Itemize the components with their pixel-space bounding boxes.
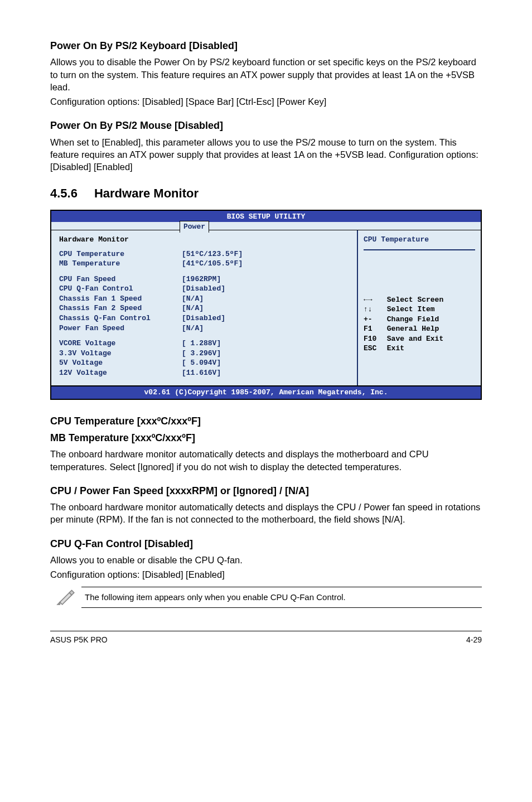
bios-row-value: [51ºC/123.5ºF] bbox=[182, 249, 243, 259]
bios-row: MB Temperature[41ºC/105.5ºF] bbox=[59, 259, 351, 269]
bios-row: 12V Voltage[11.616V] bbox=[59, 368, 351, 378]
bios-row: Chassis Q-Fan Control[Disabled] bbox=[59, 313, 351, 323]
bios-row: 3.3V Voltage[ 3.296V] bbox=[59, 349, 351, 359]
heading-ps2-mouse: Power On By PS/2 Mouse [Disabled] bbox=[50, 119, 482, 132]
body-text: Configuration options: [Disabled] [Space… bbox=[50, 95, 482, 108]
body-text: Allows you to disable the Power On by PS… bbox=[50, 56, 482, 93]
bios-row-value: [41ºC/105.5ºF] bbox=[182, 259, 243, 269]
bios-footer: v02.61 (C)Copyright 1985-2007, American … bbox=[51, 385, 481, 399]
heading-ps2-keyboard: Power On By PS/2 Keyboard [Disabled] bbox=[50, 39, 482, 52]
bios-row-label: 12V Voltage bbox=[59, 368, 182, 378]
body-text: The onboard hardware monitor automatical… bbox=[50, 501, 482, 526]
bios-row-label: Power Fan Speed bbox=[59, 323, 182, 334]
bios-row-label: MB Temperature bbox=[59, 259, 182, 269]
section-number: 4.5.6 bbox=[50, 185, 78, 202]
bios-row-value: [ 1.288V] bbox=[182, 339, 221, 349]
bios-title: BIOS SETUP UTILITY bbox=[51, 211, 481, 222]
body-text: When set to [Enabled], this parameter al… bbox=[50, 136, 482, 173]
bios-row-label: CPU Fan Speed bbox=[59, 274, 182, 284]
body-text: Allows you to enable or disable the CPU … bbox=[50, 554, 482, 566]
bios-row: VCORE Voltage[ 1.288V] bbox=[59, 339, 351, 349]
bios-row: Chassis Fan 1 Speed[N/A] bbox=[59, 294, 351, 304]
bios-row-label: CPU Temperature bbox=[59, 249, 182, 259]
body-text: Configuration options: [Disabled] [Enabl… bbox=[50, 568, 482, 581]
bios-row-label: Chassis Fan 2 Speed bbox=[59, 303, 182, 313]
bios-key-hint: +- Change Field bbox=[364, 315, 475, 325]
bios-row-value: [ 3.296V] bbox=[182, 349, 221, 359]
bios-row-label: VCORE Voltage bbox=[59, 339, 182, 349]
bios-row-label: CPU Q-Fan Control bbox=[59, 284, 182, 294]
bios-row: 5V Voltage[ 5.094V] bbox=[59, 358, 351, 368]
bios-key-hint: ↑↓ Select Item bbox=[364, 305, 475, 315]
note-box: The following item appears only when you… bbox=[50, 587, 482, 608]
bios-row-value: [Disabled] bbox=[182, 284, 225, 294]
bios-row-value: [Disabled] bbox=[182, 313, 225, 323]
bios-row-label: Chassis Q-Fan Control bbox=[59, 313, 182, 323]
bios-row: CPU Temperature[51ºC/123.5ºF] bbox=[59, 249, 351, 259]
bios-screenshot: BIOS SETUP UTILITY Power Hardware Monito… bbox=[50, 210, 482, 400]
bios-panel-title: Hardware Monitor bbox=[59, 235, 351, 245]
page-footer: ASUS P5K PRO 4-29 bbox=[50, 631, 482, 645]
bios-row: CPU Fan Speed[1962RPM] bbox=[59, 274, 351, 284]
bios-key-hint: ESC Exit bbox=[364, 344, 475, 354]
heading-fan-speed: CPU / Power Fan Speed [xxxxRPM] or [Igno… bbox=[50, 484, 482, 497]
section-title: Hardware Monitor bbox=[94, 186, 199, 200]
bios-row-label: 5V Voltage bbox=[59, 358, 182, 368]
bios-row-value: [N/A] bbox=[182, 294, 204, 304]
heading-cpu-temp: CPU Temperature [xxxºC/xxxºF] bbox=[50, 414, 482, 428]
note-text: The following item appears only when you… bbox=[81, 587, 482, 608]
pencil-icon bbox=[50, 587, 81, 608]
bios-row-value: [N/A] bbox=[182, 323, 204, 334]
body-text: The onboard hardware monitor automatical… bbox=[50, 448, 482, 473]
bios-row-label: Chassis Fan 1 Speed bbox=[59, 294, 182, 304]
bios-row: Chassis Fan 2 Speed[N/A] bbox=[59, 303, 351, 313]
heading-mb-temp: MB Temperature [xxxºC/xxxºF] bbox=[50, 431, 482, 445]
bios-key-hint: F10 Save and Exit bbox=[364, 334, 475, 344]
bios-row-value: [ 5.094V] bbox=[182, 358, 221, 368]
bios-key-hint: F1 General Help bbox=[364, 324, 475, 334]
bios-row-value: [1962RPM] bbox=[182, 274, 221, 284]
heading-qfan: CPU Q-Fan Control [Disabled] bbox=[50, 537, 482, 550]
section-heading: 4.5.6Hardware Monitor bbox=[50, 185, 482, 202]
bios-key-hint: ←→ Select Screen bbox=[364, 295, 475, 305]
bios-tab-power: Power bbox=[180, 221, 209, 233]
footer-left: ASUS P5K PRO bbox=[50, 635, 108, 645]
bios-row-value: [11.616V] bbox=[182, 368, 221, 378]
bios-help-title: CPU Temperature bbox=[364, 235, 475, 250]
bios-row: Power Fan Speed[N/A] bbox=[59, 323, 351, 334]
footer-right: 4-29 bbox=[466, 635, 482, 645]
bios-row-label: 3.3V Voltage bbox=[59, 349, 182, 359]
bios-row-value: [N/A] bbox=[182, 303, 204, 313]
bios-row: CPU Q-Fan Control[Disabled] bbox=[59, 284, 351, 294]
